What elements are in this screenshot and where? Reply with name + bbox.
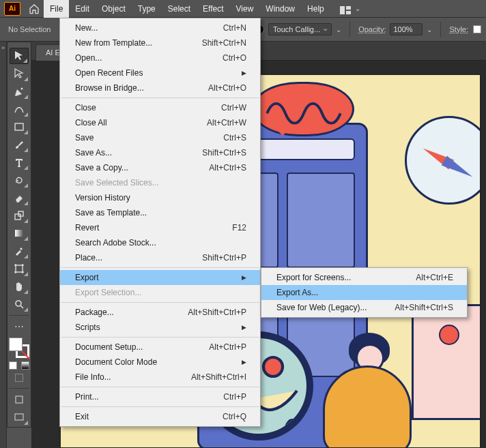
file_menu-item[interactable]: SaveCtrl+S [60,130,260,145]
file_menu-item[interactable]: ExitCtrl+Q [60,409,260,424]
eraser-tool[interactable] [10,190,29,206]
menu-separator [61,267,259,268]
illustrator-app: Ai File Edit Object Type Select Effect V… [0,0,486,448]
file_menu-item[interactable]: Place...Shift+Ctrl+P [60,250,260,265]
menu-edit[interactable]: Edit [69,0,96,18]
brush-combo[interactable]: Touch Callig... [268,23,332,35]
file_menu-item[interactable]: New from Template...Shift+Ctrl+N [60,35,260,50]
export-submenu: Export for Screens...Alt+Ctrl+EExport As… [261,267,468,318]
svg-rect-4 [15,123,23,130]
illus-compass [405,116,481,205]
svg-rect-7 [15,230,23,237]
file_menu-item[interactable]: Export▶ [60,270,260,285]
file_menu-item[interactable]: Browse in Bridge...Alt+Ctrl+O [60,80,260,95]
menu-item-shortcut: Alt+Shift+Ctrl+I [191,372,246,382]
export_submenu-item[interactable]: Export As... [261,285,467,300]
file_menu-item[interactable]: Document Color Mode▶ [60,355,260,370]
submenu-arrow-icon: ▶ [242,70,246,76]
file_menu-item[interactable]: Open...Ctrl+O [60,50,260,65]
home-icon[interactable] [25,0,44,18]
menu-item-label: Open Recent Files [75,68,217,78]
svg-rect-8 [16,265,23,272]
color-mode-gradient[interactable] [21,361,29,370]
menu-item-label: Package... [75,308,163,317]
menu-object[interactable]: Object [96,0,132,18]
type-tool[interactable] [10,154,29,170]
color-mode-none[interactable] [15,374,23,382]
color-mode-solid[interactable] [9,361,17,370]
file_menu-item[interactable]: Close AllAlt+Ctrl+W [60,115,260,130]
selection-tool[interactable] [10,48,29,64]
file_menu-item[interactable]: Scripts▶ [60,320,260,335]
svg-point-12 [263,357,283,376]
opacity-label: Opacity: [358,25,386,33]
file_menu-item[interactable]: Save as Template... [60,205,260,220]
file_menu-item[interactable]: Save a Copy...Alt+Ctrl+S [60,160,260,175]
layout-icon [340,5,351,13]
screen-mode[interactable] [10,409,29,425]
file_menu-item[interactable]: Document Setup...Alt+Ctrl+P [60,340,260,355]
rectangle-tool[interactable] [10,119,29,135]
menu-item-label: Place... [75,253,177,263]
menu-select[interactable]: Select [162,0,197,18]
direct-selection-tool[interactable] [10,65,29,82]
zoom-tool[interactable] [10,296,29,312]
illus-table [412,304,481,420]
opacity-field[interactable]: 100% [390,23,423,35]
style-swatch[interactable] [473,25,481,33]
menu-item-shortcut: Shift+Ctrl+P [202,253,246,263]
menu-item-label: Exit [75,412,198,421]
export_submenu-item[interactable]: Export for Screens...Alt+Ctrl+E [261,270,467,285]
pen-tool[interactable] [10,83,29,100]
workspace-switcher[interactable]: ⌄ [340,5,360,13]
menu-view[interactable]: View [230,0,260,18]
menu-effect[interactable]: Effect [197,0,229,18]
menu-separator [61,302,259,303]
menu-item-label: Save a Copy... [75,163,184,173]
menu-item-label: Export Selection... [75,288,246,297]
scale-tool[interactable] [10,207,29,224]
illus-card [287,173,355,268]
menu-window[interactable]: Window [259,0,301,18]
file_menu-item[interactable]: CloseCtrl+W [60,100,260,115]
file_menu-item[interactable]: Version History [60,190,260,205]
svg-rect-1 [346,6,351,10]
menu-item-label: Search Adobe Stock... [75,238,246,248]
menu-separator [61,406,259,407]
svg-rect-11 [15,414,23,420]
submenu-arrow-icon: ▶ [242,359,246,365]
file_menu-item[interactable]: New...Ctrl+N [60,20,260,35]
file_menu-item[interactable]: File Info...Alt+Shift+Ctrl+I [60,370,260,385]
file_menu-item[interactable]: Save As...Shift+Ctrl+S [60,145,260,160]
file_menu-item[interactable]: RevertF12 [60,220,260,235]
chevron-down-icon: ⌄ [336,26,341,33]
separator [440,22,441,37]
fill-stroke-control[interactable] [9,338,29,358]
gradient-tool[interactable] [10,225,29,241]
eyedropper-tool[interactable] [10,243,29,259]
fill-box[interactable] [9,338,23,351]
file_menu-item[interactable]: Print...Ctrl+P [60,389,260,404]
file_menu-item[interactable]: Search Adobe Stock... [60,235,260,250]
artboard-tool[interactable] [10,260,29,277]
menu-item-shortcut: Alt+Ctrl+W [207,118,246,128]
menu-item-label: Save as Template... [75,208,246,218]
paintbrush-tool[interactable] [10,136,29,153]
menu-item-shortcut: Alt+Ctrl+O [208,83,246,93]
menu-help[interactable]: Help [301,0,330,18]
expand-dock-icon[interactable]: » [0,44,6,51]
curvature-tool[interactable] [10,101,29,117]
menu-file[interactable]: File [44,0,69,18]
rotate-tool[interactable] [10,172,29,188]
edit-toolbar-button[interactable]: ⋯ [10,318,29,335]
menu-item-label: Version History [75,193,246,203]
menu-item-label: Export [75,273,217,282]
export_submenu-item[interactable]: Save for Web (Legacy)...Alt+Shift+Ctrl+S [261,300,467,315]
tool-panel: ⋯ [7,42,31,428]
menu-type[interactable]: Type [132,0,162,18]
file_menu-item[interactable]: Open Recent Files▶ [60,65,260,80]
hand-tool[interactable] [10,278,29,295]
menu-separator [61,337,259,338]
draw-normal[interactable] [10,391,29,408]
file_menu-item[interactable]: Package...Alt+Shift+Ctrl+P [60,305,260,320]
